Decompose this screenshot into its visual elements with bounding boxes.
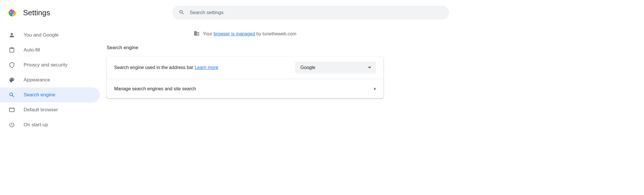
sidebar-item-label: Default browser: [24, 107, 58, 113]
sidebar-item-on-startup[interactable]: On start-up: [0, 117, 100, 132]
power-icon: [9, 122, 15, 128]
managed-banner: Your browser is managed by tunetheweb.co…: [107, 25, 383, 43]
building-icon: [194, 30, 199, 37]
sidebar-item-default-browser[interactable]: Default browser: [0, 102, 100, 117]
person-icon: [9, 32, 15, 38]
dropdown-value: Google: [300, 65, 315, 70]
search-bar[interactable]: [172, 6, 449, 20]
manage-search-engines-row[interactable]: Manage search engines and site search: [107, 79, 383, 98]
clipboard-icon: [9, 47, 15, 53]
manage-search-engines-label: Manage search engines and site search: [114, 86, 368, 91]
sidebar-item-autofill[interactable]: Auto-fill: [0, 43, 100, 58]
search-icon: [179, 9, 184, 16]
sidebar-item-label: Auto-fill: [24, 47, 40, 53]
search-engine-label: Search engine used in the address bar Le…: [114, 65, 289, 70]
section-title: Search engine: [107, 43, 383, 56]
browser-icon: [9, 107, 15, 113]
search-engine-row: Search engine used in the address bar Le…: [107, 56, 383, 79]
main-content: Your browser is managed by tunetheweb.co…: [101, 25, 389, 132]
search-icon: [9, 92, 15, 98]
sidebar: You and Google Auto-fill Privacy and sec…: [0, 25, 101, 132]
sidebar-item-appearance[interactable]: Appearance: [0, 72, 100, 87]
chevron-down-icon: [368, 67, 371, 68]
managed-link[interactable]: browser is managed: [214, 31, 255, 36]
sidebar-item-privacy[interactable]: Privacy and security: [0, 58, 100, 72]
sidebar-item-label: On start-up: [24, 122, 48, 128]
sidebar-item-label: Privacy and security: [24, 62, 67, 68]
sidebar-item-label: Search engine: [24, 92, 55, 98]
search-input[interactable]: [190, 10, 443, 16]
chevron-right-icon: [374, 87, 376, 90]
settings-card: Search engine used in the address bar Le…: [107, 56, 383, 98]
sidebar-item-label: You and Google: [24, 32, 59, 38]
managed-text: Your browser is managed by tunetheweb.co…: [203, 31, 296, 37]
page-title: Settings: [23, 8, 50, 17]
learn-more-link[interactable]: Learn more: [195, 65, 218, 70]
svg-point-3: [11, 12, 14, 14]
sidebar-item-you-and-google[interactable]: You and Google: [0, 28, 100, 43]
shield-icon: [9, 62, 15, 68]
sidebar-item-search-engine[interactable]: Search engine: [0, 87, 100, 102]
sidebar-item-label: Appearance: [24, 77, 50, 83]
search-engine-dropdown[interactable]: Google: [295, 62, 376, 74]
chrome-logo-icon: [8, 8, 17, 17]
palette-icon: [9, 77, 15, 83]
